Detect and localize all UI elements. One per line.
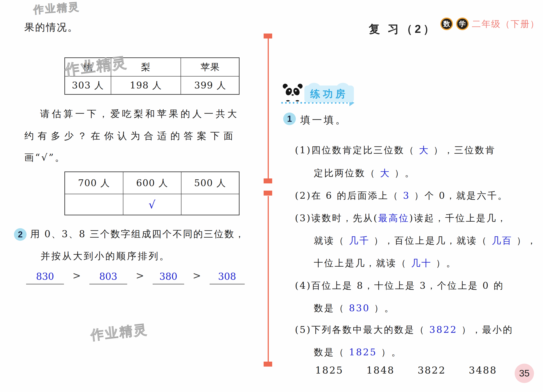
answer-blank: 308 (209, 271, 245, 285)
problem1-number-badge: 1 (283, 112, 296, 125)
problem2-text-line1: 用 0、3、8 三个数字组成四个不同的三位数， (30, 228, 245, 240)
fill-item-line: (5)下列各数中最大的数是（ 3822 ），最小的 (295, 324, 513, 336)
survey-table-value-row: 303 人 198 人 399 人 (65, 76, 239, 94)
choice-table-option-row: 700 人 600 人 500 人 (65, 172, 239, 194)
choice-option-cell: 700 人 (65, 172, 123, 194)
math-subject-badge-2: 学 (456, 17, 469, 30)
number-list-item: 1825 (315, 364, 343, 376)
problem1-label: 填一填。 (300, 113, 347, 127)
panda-icon (281, 83, 304, 103)
choice-answer-cell-empty (65, 194, 123, 215)
table-header-cell: 桃 (65, 58, 111, 76)
fill-item-line: (1)四位数肯定比三位数（ 大 ），三位数肯 (295, 144, 496, 157)
estimate-paragraph-line3: 画“√”。 (24, 151, 66, 164)
column-divider-line-bottom (268, 196, 269, 363)
table-value-cell: 198 人 (111, 77, 181, 94)
watermark-top-corner: 作业精灵 (33, 0, 81, 17)
choice-table-answer-row: √ (65, 194, 239, 215)
math-subject-badge-1: 数 (440, 17, 453, 30)
survey-table: 桃 梨 苹果 303 人 198 人 399 人 (64, 57, 239, 95)
choice-answer-cell-empty (181, 194, 239, 215)
intro-text: 果的情况。 (24, 21, 78, 34)
fill-item-line: 数是（ 1825 ）。 (314, 346, 402, 358)
table-value-cell: 399 人 (181, 77, 239, 94)
choice-option-cell: 600 人 (123, 172, 181, 194)
fill-item-line: 数是（ 830 ）。 (314, 302, 395, 314)
fill-item-line: (4)百位上是 8，十位上是 3，个位上是 0 的 (295, 280, 504, 292)
section-badge: 练功房 (304, 85, 354, 102)
greater-than-sign: > (193, 270, 201, 281)
greater-than-sign: > (136, 270, 144, 281)
choice-option-cell: 500 人 (181, 172, 239, 194)
number-list-item: 1848 (366, 364, 394, 376)
workbook-page: 作业精灵 数 学 二年级（下册） 果的情况。 桃 梨 苹果 303 人 198 … (0, 0, 543, 392)
estimate-paragraph-line1: 请估算一下，爱吃梨和苹果的人一共大 (40, 107, 239, 120)
choice-table: 700 人 600 人 500 人 √ (64, 172, 239, 215)
fill-item-line: 十位上是几，就读（ 几十 ）。 (314, 257, 457, 269)
check-mark: √ (123, 194, 181, 215)
problem2-answer-row: 830 > 803 > 380 > 308 (26, 271, 245, 285)
table-header-cell: 苹果 (181, 58, 239, 76)
number-list-item: 3488 (469, 364, 497, 376)
section-badge-label: 练功房 (310, 87, 348, 101)
watermark-lower: 作业精灵 (90, 321, 149, 344)
answer-blank: 380 (153, 271, 184, 285)
number-list-item: 3822 (418, 364, 446, 376)
problem2-text-line2: 并按从大到小的顺序排列。 (40, 250, 170, 262)
divider-cap-top (264, 34, 272, 39)
answer-blank: 803 (89, 271, 127, 285)
divider-cap-middle-1 (264, 179, 272, 183)
greater-than-sign: > (73, 270, 81, 281)
table-header-cell: 梨 (111, 58, 181, 76)
table-value-cell: 303 人 (65, 77, 111, 94)
estimate-paragraph-line2: 约有多少？在你认为合适的答案下面 (24, 130, 237, 142)
page-number-badge: 35 (515, 364, 534, 383)
column-divider-line-top (268, 37, 269, 179)
divider-cap-bottom (264, 362, 272, 367)
number-list: 1825 1848 3822 3488 (315, 364, 497, 376)
header: 数 学 二年级（下册） (440, 17, 540, 30)
fill-item-line: (2)在 6 的后面添上（ 3 ）个 0，就是六千。 (295, 190, 508, 202)
divider-cap-middle-2 (264, 190, 272, 196)
survey-table-header-row: 桃 梨 苹果 (65, 58, 239, 76)
problem2-number-badge: 2 (14, 228, 27, 241)
grade-label: 二年级（下册） (472, 18, 540, 30)
fill-item-line: 就读（ 几千 ），百位上是几，就读（ 几百 ）， (314, 235, 537, 247)
fill-item-line: 定比两位数（ 大 ）。 (314, 167, 415, 179)
answer-blank: 830 (26, 271, 64, 285)
page-title: 复 习（2） (369, 22, 437, 37)
fill-item-line: (3)读数时，先从(最高位)读起，千位上是几， (295, 212, 507, 224)
